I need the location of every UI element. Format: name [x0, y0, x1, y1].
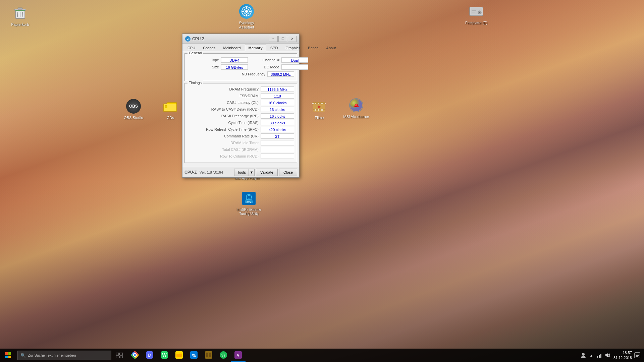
intel-xtu-label: Intel(R) Extreme Tuning Utility	[237, 208, 261, 216]
taskbar-store[interactable]: 🛍	[186, 349, 201, 362]
tab-caches[interactable]: Caches	[199, 45, 219, 51]
validate-button[interactable]: Validate	[256, 169, 278, 176]
taskbar-minecraft[interactable]	[201, 349, 216, 362]
taskbar-discord[interactable]: D	[142, 349, 157, 362]
intel-xtu-icon: XTU	[241, 190, 257, 206]
svg-rect-65	[206, 355, 208, 357]
svg-point-13	[245, 10, 248, 13]
footer-left: CPU-Z Ver. 1.87.0x64	[184, 170, 223, 175]
timing-row-2: CAS# Latency (CL) 16.0 clocks	[187, 100, 294, 106]
desktop-icon-synology[interactable]: Synology Assistant	[233, 3, 260, 29]
tab-bar: CPU Caches Mainboard Memory SPD Graphics…	[182, 44, 299, 51]
timings-group-title: Timings	[187, 81, 203, 85]
timing-row-3: RAS# to CAS# Delay (tRCD) 16 clocks	[187, 106, 294, 112]
search-placeholder-text: Zur Suche Text hier eingeben	[28, 353, 76, 357]
tab-about[interactable]: About	[323, 45, 340, 51]
desktop-icon-harddrive[interactable]: Festplatte (E)	[461, 3, 491, 25]
timing-value-5: 39 clocks	[261, 120, 294, 125]
taskbar-purple-app[interactable]: V	[231, 349, 246, 362]
svg-rect-47	[119, 353, 123, 355]
svg-line-5	[22, 12, 23, 17]
svg-rect-19	[472, 12, 475, 12]
taskbar-spotify[interactable]	[216, 349, 231, 362]
dc-mode-label: DC Mode	[255, 65, 281, 69]
task-view-button[interactable]	[113, 349, 126, 362]
window-title-left: Z CPU-Z	[185, 36, 205, 42]
filme-label: Filme	[315, 116, 324, 120]
taskbar-whatsapp[interactable]: W	[157, 349, 172, 362]
svg-rect-26	[321, 103, 323, 104]
svg-rect-31	[321, 109, 323, 111]
svg-point-54	[134, 354, 136, 356]
clock-date: 31.12.2018	[613, 355, 632, 360]
tab-mainboard[interactable]: Mainboard	[220, 45, 245, 51]
svg-marker-74	[605, 353, 608, 357]
svg-rect-42	[5, 352, 8, 355]
desktop-icon-cds[interactable]: CDs	[157, 98, 184, 120]
timing-row-0: DRAM Frequency 1196.5 MHz	[187, 86, 294, 92]
tab-memory[interactable]: Memory	[245, 45, 266, 51]
svg-text:XTU: XTU	[247, 201, 251, 203]
svg-rect-71	[597, 356, 598, 358]
timing-row-9: Total CAS# (tRDRAM)	[187, 146, 294, 153]
window-titlebar[interactable]: Z CPU-Z − ☐ ✕	[182, 34, 299, 44]
recycle-bin-icon	[12, 5, 28, 21]
desktop-icon-intel-xtu[interactable]: XTU Intel(R) Extreme Tuning Utility	[234, 190, 264, 216]
taskbar-explorer[interactable]	[172, 349, 186, 362]
cpuz-footer-version: Ver. 1.87.0x64	[200, 170, 223, 174]
tab-graphics[interactable]: Graphics	[282, 45, 304, 51]
obs-icon: OBS	[125, 98, 142, 114]
tab-bench[interactable]: Bench	[304, 45, 322, 51]
timing-value-3: 16 clocks	[261, 107, 294, 112]
notification-button[interactable]	[633, 351, 641, 359]
timing-label-8: DRAM Idle Timer	[187, 141, 261, 145]
timing-label-6: Row Refresh Cycle Time (tRFC)	[187, 127, 261, 131]
window-title-text: CPU-Z	[192, 37, 205, 41]
svg-rect-73	[600, 354, 601, 358]
tab-spd[interactable]: SPD	[267, 45, 282, 51]
svg-point-34	[355, 104, 358, 107]
tools-button[interactable]: Tools	[234, 169, 249, 176]
expand-tray-icon[interactable]: ▲	[588, 352, 595, 359]
svg-text:V: V	[237, 353, 239, 357]
network-tray-icon[interactable]	[596, 352, 603, 359]
close-window-button[interactable]: ✕	[288, 36, 297, 42]
desktop-icon-filme[interactable]: Filme	[306, 98, 333, 120]
cpuz-footer-logo: CPU-Z	[184, 170, 197, 175]
minimize-button[interactable]: −	[269, 36, 278, 42]
timing-row-10: Row To Column (tRCD)	[187, 153, 294, 159]
tools-dropdown-button[interactable]: ▼	[249, 169, 255, 176]
volume-tray-icon[interactable]	[604, 352, 611, 359]
nb-freq-value: 3689.2 MHz	[267, 71, 294, 77]
timing-value-9	[261, 147, 294, 152]
maximize-button[interactable]: ☐	[278, 36, 287, 42]
people-tray-icon[interactable]	[580, 352, 587, 359]
recycle-bin-label: Papierkorb	[11, 22, 29, 27]
window-content: General Type DDR4 Channel # Dual Size 16…	[182, 51, 299, 167]
svg-rect-72	[599, 355, 600, 358]
search-bar[interactable]: 🔍 Zur Suche Text hier eingeben	[17, 351, 111, 360]
start-button[interactable]	[0, 349, 16, 362]
svg-rect-62	[205, 351, 212, 359]
whatsapp-taskbar-icon: W	[161, 351, 168, 359]
svg-rect-28	[312, 103, 314, 104]
dc-mode-value	[281, 64, 308, 70]
svg-rect-66	[209, 355, 211, 357]
size-label: Size	[187, 65, 221, 69]
svg-point-70	[582, 353, 585, 356]
svg-rect-45	[8, 356, 11, 358]
chrome-taskbar-icon	[131, 351, 139, 359]
store-taskbar-icon: 🛍	[190, 351, 198, 359]
svg-rect-77	[636, 355, 639, 356]
tray-clock[interactable]: 18:57 31.12.2018	[613, 350, 632, 361]
network-icon	[597, 353, 602, 358]
desktop-icon-recycle-bin[interactable]: Papierkorb	[7, 5, 34, 27]
desktop-icon-msi-afterburner[interactable]: MSI Afterburner	[343, 97, 370, 119]
timing-label-7: Command Rate (CR)	[187, 134, 261, 138]
taskbar-chrome[interactable]	[127, 349, 142, 362]
close-button[interactable]: Close	[279, 169, 297, 176]
timing-value-4: 16 clocks	[261, 113, 294, 119]
svg-rect-2	[18, 8, 22, 9]
tab-cpu[interactable]: CPU	[184, 45, 199, 51]
desktop-icon-obs[interactable]: OBS OBS Studio	[120, 98, 147, 120]
